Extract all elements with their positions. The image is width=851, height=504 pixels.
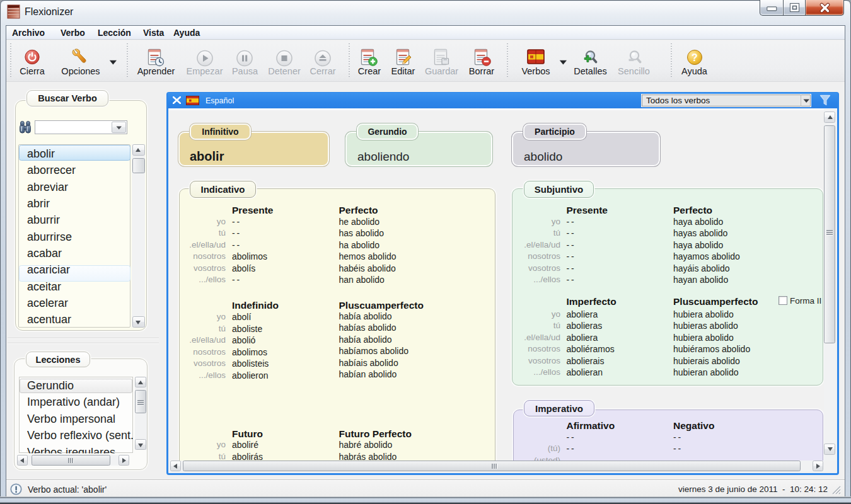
svg-text:?: ? — [692, 52, 698, 63]
